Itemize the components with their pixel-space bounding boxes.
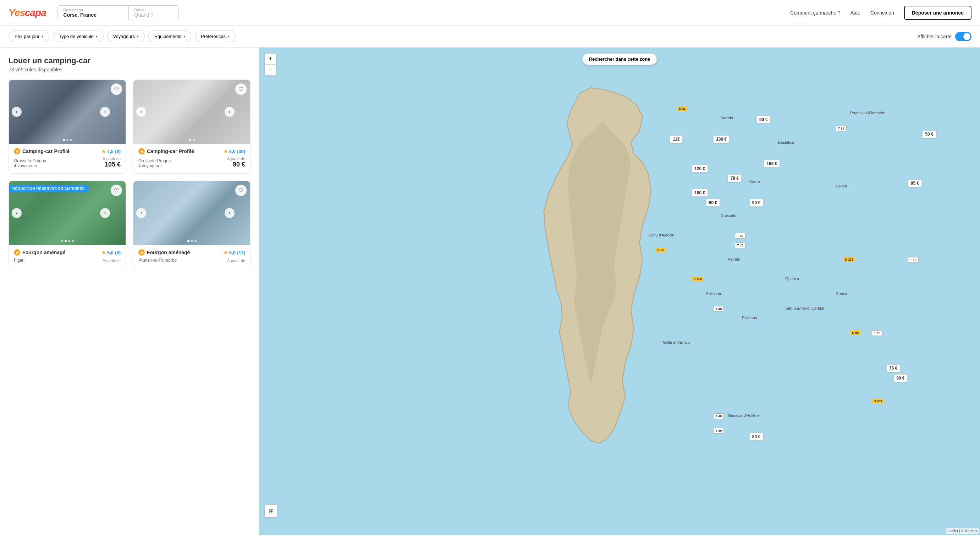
- from-label: À partir de: [227, 156, 245, 161]
- listing-card[interactable]: RÉDUCTION RÉSERVATION ANTICIPÉE ‹ › ♡ ★ …: [8, 181, 126, 268]
- map-toggle-label: Afficher la carte: [917, 34, 951, 40]
- rating-value: 4,5: [107, 149, 113, 154]
- price-marker[interactable]: 80 €: [749, 433, 763, 441]
- favorite-button[interactable]: ♡: [235, 185, 247, 196]
- card-location-info: Prunelli-di-Fiumorbo: [138, 258, 177, 263]
- chevron-down-icon: ▾: [96, 34, 97, 38]
- price-marker[interactable]: 90 €: [893, 374, 907, 382]
- favorite-button[interactable]: ♡: [111, 185, 122, 196]
- star-icon: ★: [224, 149, 228, 154]
- rating-badge: ★ 4,5 (9): [102, 149, 121, 154]
- travelers-filter-button[interactable]: Voyageurs ▾: [107, 30, 145, 42]
- card-header-row: ★ Fourgon aménagé ★ 5,0 (5): [14, 249, 121, 256]
- post-ad-button[interactable]: Déposer une annonce: [904, 6, 972, 20]
- prev-image-button[interactable]: ‹: [12, 208, 22, 218]
- favorite-button[interactable]: ♡: [111, 83, 122, 95]
- price-marker[interactable]: 169 €: [764, 160, 780, 167]
- image-dot: [72, 240, 74, 242]
- image-dot: [65, 240, 67, 242]
- map-background: + − Rechercher dans cette zone 50 €85 €9…: [259, 48, 980, 535]
- vehicle-type-filter-button[interactable]: Type de véhicule ▾: [53, 30, 103, 42]
- review-count: (39): [237, 149, 245, 154]
- price-marker[interactable]: 90 €: [756, 116, 770, 124]
- price-filter-button[interactable]: Prix par jour ▾: [8, 30, 49, 42]
- card-location-info: Grosseto-Prugna 4 voyageurs: [14, 158, 46, 168]
- listings-panel: Louer un camping-car 73 véhicules dispon…: [0, 48, 259, 535]
- next-image-button[interactable]: ›: [224, 107, 234, 117]
- price-marker[interactable]: 75 €: [886, 364, 900, 372]
- card-type: ★ Camping-car Profilé: [138, 148, 194, 155]
- search-zone-button[interactable]: Rechercher dans cette zone: [582, 53, 657, 65]
- card-footer: Prunelli-di-Fiumorbo À partir de: [138, 258, 245, 263]
- card-body: ★ Fourgon aménagé ★ 5,0 (12) Prunelli-di…: [134, 245, 250, 268]
- favorite-button[interactable]: ♡: [235, 83, 247, 95]
- image-dot: [187, 240, 189, 242]
- price-marker[interactable]: 85 €: [908, 179, 922, 187]
- card-image: ‹ › ♡: [9, 80, 126, 144]
- map-layer-button[interactable]: ⊞: [265, 505, 277, 517]
- chevron-down-icon: ▾: [183, 34, 185, 38]
- card-body: ★ Fourgon aménagé ★ 5,0 (5) Figari À par…: [9, 245, 126, 268]
- price-marker[interactable]: 120 €: [692, 165, 708, 172]
- rating-badge: ★ 5,0 (5): [102, 250, 121, 255]
- next-image-button[interactable]: ›: [224, 208, 234, 218]
- card-type: ★ Fourgon aménagé: [14, 249, 65, 256]
- destination-label: Destination: [64, 8, 123, 12]
- map-area: + − Rechercher dans cette zone 50 €85 €9…: [259, 48, 980, 535]
- equipment-filter-button[interactable]: Équipements ▾: [148, 30, 191, 42]
- listing-card[interactable]: ‹ › ♡ ★ Camping-car Profilé ★ 5,0 (39) G…: [133, 80, 250, 174]
- verified-icon: ★: [14, 148, 20, 155]
- card-footer: Grosseto-Prugna 4 voyageurs À partir de …: [138, 156, 245, 168]
- card-footer: Grosseto-Prugna 4 voyageurs À partir de …: [14, 156, 121, 168]
- image-dot: [191, 240, 193, 242]
- logo[interactable]: Yescapa: [8, 7, 46, 19]
- price-marker[interactable]: 78 €: [728, 174, 741, 182]
- review-count: (5): [115, 250, 121, 255]
- price-marker[interactable]: 90 €: [749, 199, 763, 207]
- chevron-down-icon: ▾: [41, 34, 43, 38]
- price-block: À partir de 105 €: [103, 156, 121, 168]
- preferences-filter-button[interactable]: Préférences ▾: [195, 30, 235, 42]
- vehicle-type: Fourgon aménagé: [22, 250, 65, 255]
- verified-icon: ★: [14, 249, 20, 256]
- image-dot: [70, 139, 72, 141]
- next-image-button[interactable]: ›: [100, 208, 110, 218]
- card-location: Grosseto-Prugna: [14, 158, 46, 163]
- how-it-works-link[interactable]: Comment ça marche ?: [790, 10, 840, 16]
- destination-field[interactable]: Destination Corse, France: [58, 6, 129, 20]
- main-content: Louer un camping-car 73 véhicules dispon…: [0, 48, 980, 535]
- price-marker[interactable]: 100 €: [692, 189, 708, 197]
- price-marker[interactable]: 12€: [670, 135, 682, 143]
- vehicle-type: Fourgon aménagé: [147, 250, 190, 255]
- chevron-down-icon: ▾: [137, 34, 139, 38]
- prev-image-button[interactable]: ‹: [136, 107, 146, 117]
- listing-card[interactable]: ‹ › ♡ ★ Fourgon aménagé ★ 5,0 (12) Prune…: [133, 181, 250, 268]
- from-label: À partir de: [227, 258, 245, 263]
- header-nav: Comment ça marche ? Aide Connexion Dépos…: [790, 6, 972, 20]
- login-link[interactable]: Connexion: [870, 10, 894, 16]
- verified-icon: ★: [138, 249, 145, 256]
- zoom-out-button[interactable]: −: [265, 65, 276, 75]
- search-bar: Destination Corse, France Dates Quand ?: [57, 5, 179, 20]
- price-marker[interactable]: 50 €: [922, 130, 936, 138]
- price-marker[interactable]: 136 €: [713, 135, 730, 143]
- rating-value: 5,0: [229, 250, 235, 255]
- review-count: (9): [115, 149, 121, 154]
- prev-image-button[interactable]: ‹: [12, 107, 22, 117]
- dates-field[interactable]: Dates Quand ?: [129, 6, 178, 20]
- listings-grid: ‹ › ♡ ★ Camping-car Profilé ★ 4,5 (9) Gr…: [8, 80, 250, 268]
- card-location-info: Figari: [14, 258, 24, 263]
- prev-image-button[interactable]: ‹: [136, 208, 146, 218]
- listing-card[interactable]: ‹ › ♡ ★ Camping-car Profilé ★ 4,5 (9) Gr…: [8, 80, 126, 174]
- image-dot: [66, 139, 68, 141]
- map-toggle-switch[interactable]: [955, 32, 972, 41]
- zoom-in-button[interactable]: +: [265, 54, 276, 64]
- help-link[interactable]: Aide: [851, 10, 861, 16]
- price-marker[interactable]: 90 €: [706, 199, 720, 207]
- from-label: À partir de: [103, 156, 121, 161]
- next-image-button[interactable]: ›: [100, 107, 110, 117]
- header: Yescapa Destination Corse, France Dates …: [0, 0, 980, 26]
- dates-label: Dates: [134, 8, 173, 12]
- card-header-row: ★ Camping-car Profilé ★ 4,5 (9): [14, 148, 121, 155]
- destination-value: Corse, France: [64, 12, 123, 18]
